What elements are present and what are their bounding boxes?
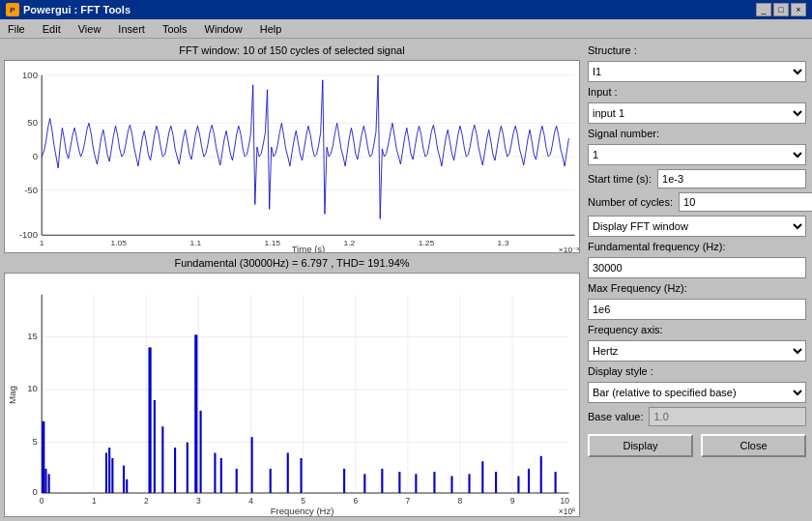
svg-text:1.05: 1.05 (111, 239, 128, 247)
svg-text:×10⁻³: ×10⁻³ (559, 246, 579, 252)
svg-rect-79 (398, 472, 400, 493)
svg-text:1.3: 1.3 (498, 239, 509, 247)
svg-text:1.25: 1.25 (419, 239, 435, 247)
svg-text:2: 2 (144, 496, 149, 506)
svg-rect-71 (236, 469, 238, 493)
signal-number-label: Signal number: (588, 128, 806, 139)
input-label: Input : (588, 86, 806, 98)
menu-insert[interactable]: Insert (114, 22, 149, 36)
display-style-label: Display style : (588, 365, 806, 377)
fund-freq-input[interactable] (588, 257, 806, 278)
svg-rect-62 (149, 347, 152, 493)
svg-text:0: 0 (40, 496, 44, 506)
menu-window[interactable]: Window (201, 22, 246, 36)
num-cycles-label: Number of cycles: (588, 196, 673, 208)
svg-text:4: 4 (248, 496, 253, 506)
svg-rect-67 (194, 334, 197, 493)
display-mode-select[interactable]: Display FFT window (588, 216, 806, 237)
svg-text:1.2: 1.2 (344, 239, 356, 247)
svg-rect-59 (111, 458, 113, 493)
top-chart-container: 100 50 0 -50 -100 1 1.05 1.1 1.15 1.2 (4, 60, 580, 253)
close-button[interactable]: × (791, 3, 806, 16)
structure-select[interactable]: I1 (588, 61, 806, 82)
structure-label: Structure : (588, 44, 806, 56)
svg-rect-64 (161, 426, 163, 493)
svg-rect-54 (42, 421, 44, 493)
svg-text:9: 9 (510, 496, 515, 506)
svg-rect-85 (495, 472, 497, 493)
svg-rect-63 (154, 400, 156, 493)
svg-rect-86 (517, 477, 519, 493)
svg-text:6: 6 (353, 496, 358, 506)
svg-text:1: 1 (40, 239, 44, 247)
svg-text:8: 8 (458, 496, 463, 506)
menu-view[interactable]: View (74, 22, 105, 36)
svg-rect-76 (343, 469, 345, 493)
svg-text:0: 0 (33, 152, 38, 161)
menu-edit[interactable]: Edit (39, 22, 65, 36)
svg-rect-74 (287, 453, 289, 493)
input-select[interactable]: input 1 (588, 102, 806, 124)
svg-rect-65 (174, 448, 176, 493)
svg-text:15: 15 (27, 331, 38, 341)
base-value-input (649, 407, 806, 426)
svg-rect-60 (123, 466, 125, 493)
svg-text:7: 7 (406, 496, 411, 506)
svg-rect-77 (363, 474, 365, 493)
svg-rect-88 (540, 456, 542, 493)
minimize-button[interactable]: _ (756, 3, 771, 16)
svg-text:100: 100 (22, 71, 38, 80)
svg-rect-83 (468, 474, 470, 493)
svg-rect-80 (415, 474, 417, 493)
base-value-label: Base value: (588, 411, 643, 422)
freq-axis-select[interactable]: Hertz (588, 340, 806, 362)
svg-rect-69 (214, 453, 216, 493)
svg-text:-50: -50 (24, 186, 38, 195)
display-style-select[interactable]: Bar (relative to specified base) (588, 382, 806, 403)
start-time-input[interactable] (657, 169, 806, 188)
svg-rect-78 (381, 469, 383, 493)
svg-text:5: 5 (301, 496, 305, 506)
svg-text:×10⁶: ×10⁶ (559, 507, 576, 516)
svg-rect-81 (433, 472, 435, 493)
close-button[interactable]: Close (701, 434, 806, 457)
svg-rect-55 (44, 469, 46, 493)
menu-help[interactable]: Help (256, 22, 286, 36)
svg-rect-56 (48, 474, 50, 493)
signal-number-select[interactable]: 1 (588, 144, 806, 165)
display-button[interactable]: Display (588, 434, 693, 457)
svg-rect-87 (528, 469, 530, 493)
title-bar: P Powergui : FFT Tools _ □ × (0, 0, 812, 19)
svg-rect-73 (270, 469, 272, 493)
maximize-button[interactable]: □ (773, 3, 789, 16)
fund-freq-label: Fundamental frequency (Hz): (588, 241, 806, 252)
svg-rect-72 (251, 437, 253, 493)
num-cycles-input[interactable] (679, 192, 812, 212)
svg-text:-100: -100 (19, 230, 38, 240)
menu-tools[interactable]: Tools (159, 22, 191, 36)
right-panel: Structure : I1 Input : input 1 Signal nu… (586, 43, 808, 517)
svg-text:Mag: Mag (7, 386, 17, 404)
svg-text:0: 0 (33, 486, 38, 497)
svg-text:Time (s): Time (s) (292, 245, 326, 252)
svg-text:10: 10 (560, 496, 569, 506)
svg-text:1.15: 1.15 (265, 239, 281, 247)
svg-text:1: 1 (92, 496, 97, 506)
bottom-chart-svg: Mag 0 5 10 15 0 1 2 3 4 5 (5, 274, 579, 516)
svg-rect-57 (105, 453, 107, 493)
svg-rect-75 (300, 458, 302, 493)
svg-rect-84 (481, 461, 483, 493)
svg-rect-70 (220, 458, 222, 493)
top-chart-svg: 100 50 0 -50 -100 1 1.05 1.1 1.15 1.2 (5, 61, 579, 252)
svg-text:10: 10 (27, 383, 38, 393)
freq-axis-label: Frequency axis: (588, 324, 806, 335)
max-freq-input[interactable] (588, 299, 806, 320)
svg-rect-82 (450, 477, 452, 493)
svg-rect-66 (187, 443, 188, 493)
app-icon: P (6, 3, 19, 16)
svg-rect-68 (200, 411, 202, 493)
menu-file[interactable]: File (4, 22, 29, 36)
svg-rect-89 (555, 472, 557, 493)
max-freq-label: Max Frequency (Hz): (588, 282, 806, 294)
bottom-chart-container: Mag 0 5 10 15 0 1 2 3 4 5 (4, 273, 580, 517)
